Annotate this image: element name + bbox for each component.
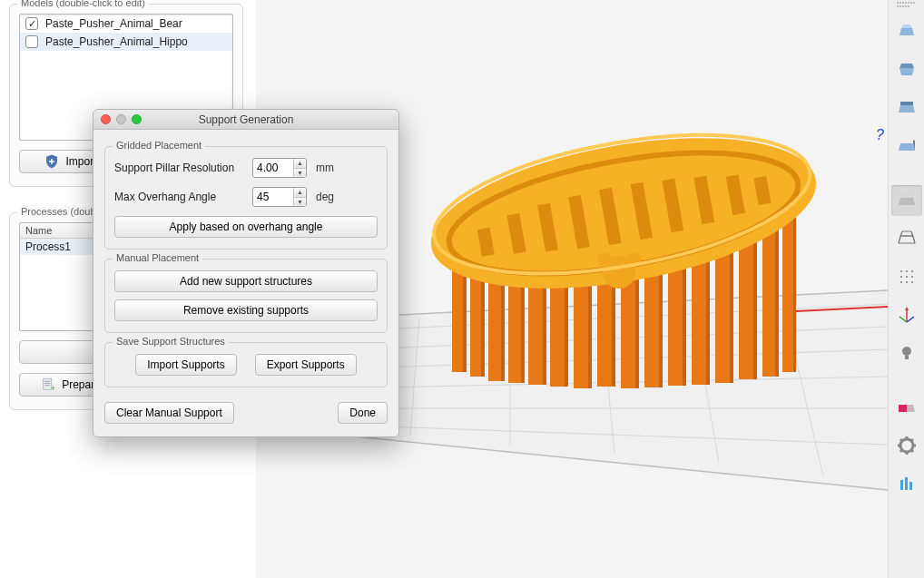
svg-line-67 xyxy=(732,176,739,214)
list-item-label: Paste_Pusher_Animal_Bear xyxy=(45,17,182,30)
svg-marker-78 xyxy=(899,105,915,113)
checkbox-icon[interactable] xyxy=(25,35,38,48)
svg-marker-75 xyxy=(901,24,912,28)
light-icon[interactable] xyxy=(891,338,922,368)
save-supports-group: Save Support Structures Import Supports … xyxy=(104,342,388,387)
list-item-label: Paste_Pusher_Animal_Hippo xyxy=(45,35,188,48)
grip-icon[interactable] xyxy=(897,2,917,7)
step-down-icon[interactable]: ▼ xyxy=(294,169,306,178)
axis-gizmo: ? xyxy=(876,127,884,142)
svg-line-113 xyxy=(911,439,913,441)
svg-line-68 xyxy=(760,177,764,204)
svg-rect-56 xyxy=(793,195,796,372)
pillar-resolution-label: Support Pillar Resolution xyxy=(114,162,252,174)
svg-marker-77 xyxy=(899,64,914,68)
svg-marker-74 xyxy=(899,28,914,35)
svg-line-60 xyxy=(513,214,519,252)
view-front-icon[interactable] xyxy=(891,93,922,123)
view-side-icon[interactable] xyxy=(891,131,922,162)
right-toolbar xyxy=(888,0,924,578)
support-generation-dialog: Support Generation Gridded Placement Sup… xyxy=(93,109,399,437)
models-legend: Models (double-click to edit) xyxy=(17,0,149,8)
svg-text:+: + xyxy=(51,385,55,393)
list-item[interactable]: Paste_Pusher_Animal_Bear xyxy=(20,15,232,33)
svg-point-101 xyxy=(902,347,911,356)
svg-point-94 xyxy=(900,281,902,283)
view-default-icon[interactable] xyxy=(891,16,922,47)
svg-marker-100 xyxy=(905,307,909,310)
overhang-angle-input[interactable] xyxy=(253,189,293,205)
gridded-placement-group: Gridded Placement Support Pillar Resolut… xyxy=(104,146,388,250)
done-button[interactable]: Done xyxy=(338,402,388,424)
group-legend: Manual Placement xyxy=(113,252,202,263)
svg-line-59 xyxy=(484,229,488,256)
overhang-angle-label: Max Overhang Angle xyxy=(114,191,252,203)
svg-rect-116 xyxy=(909,482,912,490)
clear-manual-button[interactable]: Clear Manual Support xyxy=(104,402,234,424)
list-item[interactable]: Paste_Pusher_Animal_Hippo xyxy=(20,33,232,51)
svg-text:?: ? xyxy=(876,127,884,142)
svg-point-95 xyxy=(906,281,908,283)
svg-rect-114 xyxy=(900,480,903,490)
supports-icon[interactable] xyxy=(891,468,922,499)
svg-line-61 xyxy=(544,204,552,250)
add-supports-button[interactable]: Add new support structures xyxy=(114,270,378,292)
svg-line-98 xyxy=(899,317,907,322)
svg-point-88 xyxy=(900,270,902,272)
step-down-icon[interactable]: ▼ xyxy=(294,198,306,207)
manual-placement-group: Manual Placement Add new support structu… xyxy=(104,259,388,333)
unit-label: mm xyxy=(316,162,334,174)
wireframe-icon[interactable] xyxy=(891,223,922,254)
svg-point-105 xyxy=(900,439,913,452)
svg-point-96 xyxy=(911,281,913,283)
svg-rect-104 xyxy=(899,405,907,412)
svg-line-86 xyxy=(899,231,902,243)
step-up-icon[interactable]: ▲ xyxy=(294,159,306,169)
minimize-icon[interactable] xyxy=(116,114,126,124)
svg-line-110 xyxy=(900,439,902,441)
unit-label: deg xyxy=(316,191,334,203)
checkbox-icon[interactable] xyxy=(25,17,38,30)
svg-line-87 xyxy=(911,231,915,243)
group-legend: Gridded Placement xyxy=(113,140,205,151)
svg-marker-76 xyxy=(899,68,914,75)
svg-line-99 xyxy=(907,317,914,322)
svg-marker-80 xyxy=(899,143,915,151)
svg-point-92 xyxy=(906,276,908,278)
section-icon[interactable] xyxy=(891,392,922,423)
svg-marker-84 xyxy=(899,236,915,243)
svg-point-89 xyxy=(906,270,908,272)
document-plus-icon: + xyxy=(40,377,56,393)
group-legend: Save Support Structures xyxy=(113,336,229,347)
svg-point-91 xyxy=(900,276,902,278)
pillar-resolution-input[interactable] xyxy=(253,160,293,176)
svg-marker-82 xyxy=(899,198,915,205)
svg-marker-83 xyxy=(900,193,913,198)
pillar-resolution-spinner[interactable]: ▲▼ xyxy=(252,158,307,178)
svg-point-93 xyxy=(911,276,913,278)
select-icon[interactable] xyxy=(891,185,922,216)
svg-line-112 xyxy=(900,450,902,452)
close-icon[interactable] xyxy=(101,114,111,124)
export-supports-button[interactable]: Export Supports xyxy=(255,354,357,376)
svg-marker-79 xyxy=(900,102,913,105)
axes-icon[interactable] xyxy=(891,299,922,330)
settings-icon[interactable] xyxy=(891,430,922,461)
shield-plus-icon xyxy=(44,153,60,170)
zoom-icon[interactable] xyxy=(132,114,142,124)
import-supports-button[interactable]: Import Supports xyxy=(135,354,236,376)
view-top-icon[interactable] xyxy=(891,54,922,85)
remove-supports-button[interactable]: Remove existing supports xyxy=(114,299,378,321)
svg-rect-115 xyxy=(905,477,908,490)
svg-point-90 xyxy=(911,270,913,272)
dialog-titlebar[interactable]: Support Generation xyxy=(93,110,398,130)
overhang-angle-spinner[interactable]: ▲▼ xyxy=(252,187,307,207)
svg-rect-102 xyxy=(905,356,909,359)
apply-overhang-button[interactable]: Apply based on overhang angle xyxy=(114,216,378,238)
svg-line-65 xyxy=(668,180,677,231)
svg-point-70 xyxy=(597,252,612,267)
step-up-icon[interactable]: ▲ xyxy=(294,188,306,198)
points-icon[interactable] xyxy=(891,261,922,292)
svg-line-66 xyxy=(700,177,708,223)
svg-line-62 xyxy=(575,196,584,248)
